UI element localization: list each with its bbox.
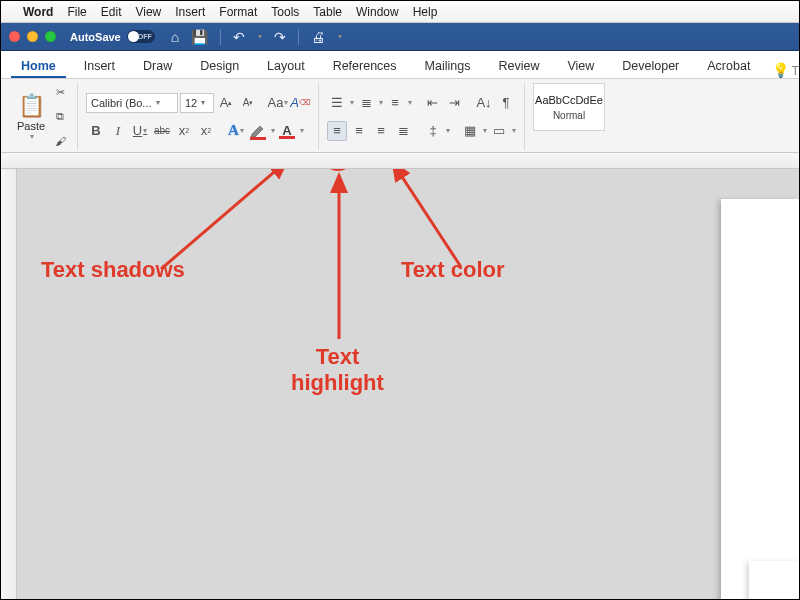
format-painter-icon[interactable]: 🖌: [51, 132, 69, 150]
window-zoom-button[interactable]: [45, 31, 56, 42]
chevron-down-icon[interactable]: ▾: [446, 126, 450, 135]
qat-customize-icon[interactable]: ▾: [338, 32, 342, 41]
style-sample: AaBbCcDdEe: [535, 94, 603, 106]
undo-dropdown-icon[interactable]: ▾: [258, 32, 262, 41]
sort-button[interactable]: A↓: [474, 93, 494, 113]
separator: [220, 29, 221, 45]
borders-button[interactable]: ▭: [489, 121, 509, 141]
tell-me-icon[interactable]: 💡: [772, 62, 789, 78]
line-spacing-button[interactable]: ‡: [423, 121, 443, 141]
ribbon: 📋 Paste ▾ ✂ ⧉ 🖌 Calibri (Bo...▾ 12▾ A▴ A…: [1, 79, 799, 153]
print-icon[interactable]: 🖨: [311, 29, 325, 45]
shrink-font-button[interactable]: A▾: [238, 93, 258, 113]
tell-me-label[interactable]: T: [791, 64, 799, 78]
horizontal-ruler[interactable]: [1, 153, 799, 169]
numbering-button[interactable]: ≣: [356, 93, 376, 113]
tab-insert[interactable]: Insert: [74, 53, 125, 78]
tab-review[interactable]: Review: [488, 53, 549, 78]
chevron-down-icon[interactable]: ▾: [350, 98, 354, 107]
increase-indent-button[interactable]: ⇥: [444, 93, 464, 113]
mac-menu-window[interactable]: Window: [356, 5, 399, 19]
underline-button[interactable]: U▾: [130, 121, 150, 141]
bullets-button[interactable]: ☰: [327, 93, 347, 113]
grow-font-button[interactable]: A▴: [216, 93, 236, 113]
mac-menu-help[interactable]: Help: [413, 5, 438, 19]
window-controls: [9, 31, 56, 42]
multilevel-list-button[interactable]: ≡: [385, 93, 405, 113]
window-minimize-button[interactable]: [27, 31, 38, 42]
chevron-down-icon[interactable]: ▾: [483, 126, 487, 135]
text-highlight-button[interactable]: [248, 121, 268, 141]
autosave-toggle[interactable]: OFF: [127, 30, 155, 43]
show-marks-button[interactable]: ¶: [496, 93, 516, 113]
tab-references[interactable]: References: [323, 53, 407, 78]
tab-home[interactable]: Home: [11, 53, 66, 78]
separator: [298, 29, 299, 45]
decrease-indent-button[interactable]: ⇤: [422, 93, 442, 113]
font-color-dropdown-icon[interactable]: ▾: [300, 126, 304, 135]
clear-formatting-button[interactable]: A⌫: [290, 93, 310, 113]
change-case-button[interactable]: Aa▾: [268, 93, 288, 113]
mac-menu-table[interactable]: Table: [313, 5, 342, 19]
font-size-select[interactable]: 12▾: [180, 93, 214, 113]
ribbon-tabs: Home Insert Draw Design Layout Reference…: [1, 51, 799, 79]
style-name: Normal: [553, 110, 585, 121]
justify-button[interactable]: ≣: [393, 121, 413, 141]
document-page-next[interactable]: [749, 561, 799, 600]
mac-app-name[interactable]: Word: [23, 5, 53, 19]
bold-button[interactable]: B: [86, 121, 106, 141]
window-titlebar: AutoSave OFF ⌂ 💾 ↶ ▾ ↷ 🖨 ▾: [1, 23, 799, 51]
font-name-select[interactable]: Calibri (Bo...▾: [86, 93, 178, 113]
mac-menu-tools[interactable]: Tools: [271, 5, 299, 19]
text-effects-button[interactable]: A▾: [226, 121, 246, 141]
mac-menu-view[interactable]: View: [135, 5, 161, 19]
copy-icon[interactable]: ⧉: [51, 108, 69, 126]
superscript-button[interactable]: x2: [196, 121, 216, 141]
paste-dropdown-icon[interactable]: ▾: [30, 132, 34, 141]
redo-icon[interactable]: ↷: [274, 29, 286, 45]
font-name-value: Calibri (Bo...: [91, 97, 152, 109]
italic-button[interactable]: I: [108, 121, 128, 141]
tab-layout[interactable]: Layout: [257, 53, 315, 78]
tab-design[interactable]: Design: [190, 53, 249, 78]
tab-mailings[interactable]: Mailings: [415, 53, 481, 78]
chevron-down-icon: ▾: [201, 98, 205, 107]
chevron-down-icon[interactable]: ▾: [379, 98, 383, 107]
align-left-button[interactable]: ≡: [327, 121, 347, 141]
tab-view[interactable]: View: [557, 53, 604, 78]
chevron-down-icon[interactable]: ▾: [512, 126, 516, 135]
mac-menu-file[interactable]: File: [67, 5, 86, 19]
mac-menubar: Word File Edit View Insert Format Tools …: [1, 1, 799, 23]
group-font: Calibri (Bo...▾ 12▾ A▴ A▾ Aa▾ A⌫ B I U▾ …: [78, 83, 319, 150]
group-paragraph: ☰▾ ≣▾ ≡▾ ⇤ ⇥ A↓ ¶ ≡ ≡ ≡ ≣ ‡▾ ▦▾ ▭▾: [319, 83, 525, 150]
tab-draw[interactable]: Draw: [133, 53, 182, 78]
align-right-button[interactable]: ≡: [371, 121, 391, 141]
subscript-button[interactable]: x2: [174, 121, 194, 141]
undo-icon[interactable]: ↶: [233, 29, 245, 45]
tab-acrobat[interactable]: Acrobat: [697, 53, 760, 78]
mac-menu-format[interactable]: Format: [219, 5, 257, 19]
document-background: [17, 169, 799, 600]
tab-developer[interactable]: Developer: [612, 53, 689, 78]
chevron-down-icon[interactable]: ▾: [408, 98, 412, 107]
group-clipboard: 📋 Paste ▾ ✂ ⧉ 🖌: [7, 83, 78, 150]
cut-icon[interactable]: ✂: [51, 84, 69, 102]
vertical-ruler[interactable]: [1, 169, 17, 600]
clipboard-icon: 📋: [18, 92, 45, 120]
align-center-button[interactable]: ≡: [349, 121, 369, 141]
window-close-button[interactable]: [9, 31, 20, 42]
shading-button[interactable]: ▦: [460, 121, 480, 141]
mac-menu-insert[interactable]: Insert: [175, 5, 205, 19]
highlight-dropdown-icon[interactable]: ▾: [271, 126, 275, 135]
strikethrough-button[interactable]: abc: [152, 121, 172, 141]
save-icon[interactable]: 💾: [191, 29, 208, 45]
quick-access-toolbar: ⌂ 💾 ↶ ▾ ↷ 🖨 ▾: [171, 29, 342, 45]
document-workspace: Text shadows Text highlight Text color: [1, 169, 799, 600]
paste-button[interactable]: 📋 Paste ▾: [13, 83, 49, 150]
document-page[interactable]: [721, 199, 799, 600]
home-icon[interactable]: ⌂: [171, 29, 179, 45]
style-normal[interactable]: AaBbCcDdEe Normal: [533, 83, 605, 131]
font-color-button[interactable]: A: [277, 121, 297, 141]
autosave-control[interactable]: AutoSave OFF: [70, 30, 155, 43]
mac-menu-edit[interactable]: Edit: [101, 5, 122, 19]
